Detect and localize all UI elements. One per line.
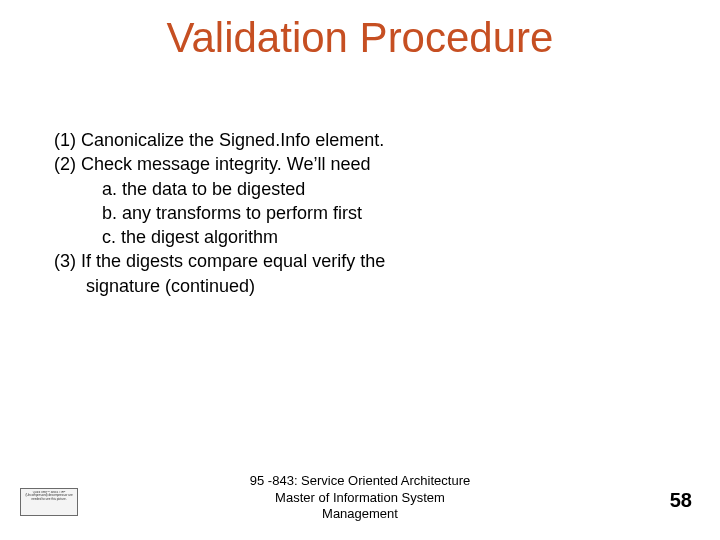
body-line-3a: (3) If the digests compare equal verify …	[54, 249, 664, 273]
slide-title: Validation Procedure	[0, 14, 720, 62]
footer-sub-1: Master of Information System	[0, 490, 720, 506]
page-number: 58	[670, 489, 692, 512]
footer-course: 95 -843: Service Oriented Architecture	[0, 473, 720, 489]
slide: Validation Procedure (1) Canonicalize th…	[0, 0, 720, 540]
footer-center: 95 -843: Service Oriented Architecture M…	[0, 473, 720, 522]
body-line-2b: b. any transforms to perform first	[54, 201, 664, 225]
body-line-3b: signature (continued)	[54, 274, 664, 298]
slide-body: (1) Canonicalize the Signed.Info element…	[54, 128, 664, 298]
body-line-1: (1) Canonicalize the Signed.Info element…	[54, 128, 664, 152]
footer-sub-2: Management	[0, 506, 720, 522]
body-line-2: (2) Check message integrity. We’ll need	[54, 152, 664, 176]
body-line-2a: a. the data to be digested	[54, 177, 664, 201]
body-line-2c: c. the digest algorithm	[54, 225, 664, 249]
